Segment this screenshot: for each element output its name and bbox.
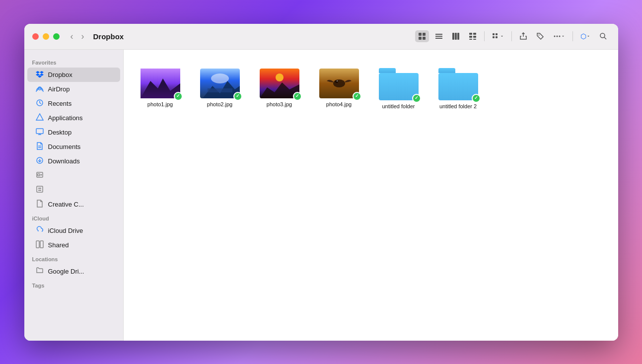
storage2-icon [35,185,44,195]
documents-icon [35,142,44,151]
sidebar-item-icloud-drive-label: iCloud Drive [48,227,83,234]
svg-point-24 [600,33,605,38]
file-item-photo1[interactable]: photo1.jpg [136,65,185,113]
file-item-photo2[interactable]: photo2.jpg [195,65,245,113]
tag-button[interactable] [533,30,547,42]
desktop-icon [35,128,44,137]
more-icon [553,32,561,40]
svg-point-46 [211,73,229,83]
file-item-photo3[interactable]: photo3.jpg [255,65,304,113]
svg-point-22 [556,36,558,37]
close-button[interactable] [32,33,39,40]
folder1-tab [379,68,396,73]
columns-icon [452,32,460,40]
titlebar: ‹ › Dropbox [24,24,618,50]
view-list-button[interactable] [432,30,446,42]
photo1-name: photo1.jpg [147,101,173,107]
svg-rect-1 [423,33,426,36]
sidebar-item-shared-label: Shared [48,241,69,249]
svg-rect-15 [473,39,476,40]
photo1-thumbnail [141,69,180,98]
sidebar-item-downloads-label: Downloads [48,157,80,165]
list-icon [435,32,443,40]
main-content: photo1.jpg [124,50,618,341]
favorites-label: Favorites [24,56,123,68]
sidebar-item-creative-label: Creative C... [48,201,84,208]
sidebar-item-applications-label: Applications [48,114,83,122]
recents-icon [35,99,44,108]
group-button[interactable] [489,30,507,42]
sidebar-item-downloads[interactable]: Downloads [27,154,120,168]
svg-rect-28 [36,129,43,134]
photo2-sync-badge [233,92,242,101]
icloud-label: iCloud [24,212,123,223]
group-icon [492,32,500,40]
back-button[interactable]: ‹ [68,30,76,43]
sidebar-item-desktop[interactable]: Desktop [27,125,120,140]
folder2-icon [438,69,478,100]
sidebar-item-creative[interactable]: Creative C... [27,197,120,212]
grid-icon [418,32,426,40]
sidebar-item-storage2[interactable] [27,183,120,197]
sidebar-item-dropbox-label: Dropbox [48,71,72,78]
photo3-thumbnail [260,69,299,98]
sidebar: Favorites Dropbox AirDrop [24,50,124,341]
svg-point-20 [538,35,539,36]
svg-point-37 [40,174,42,175]
dropbox-chevron-icon [586,34,590,38]
svg-point-54 [335,80,338,83]
svg-rect-36 [38,174,40,176]
photo3-name: photo3.jpg [267,101,292,107]
photo4-thumbnail [319,69,359,98]
sidebar-item-airdrop[interactable]: AirDrop [27,82,120,96]
sidebar-item-dropbox[interactable]: Dropbox [27,68,120,82]
locations-label: Locations [24,252,123,264]
sidebar-item-applications[interactable]: Applications [27,111,120,125]
svg-rect-3 [423,37,426,40]
forward-button[interactable]: › [78,30,87,43]
svg-rect-41 [36,241,39,248]
dropbox-sidebar-icon [35,70,44,79]
view-columns-button[interactable] [449,30,463,42]
file-item-folder1[interactable]: untitled folder [374,65,424,113]
folder1-sync-badge [412,94,421,103]
finder-window: ‹ › Dropbox [24,24,618,341]
svg-point-53 [333,79,345,87]
svg-rect-2 [419,37,422,40]
downloads-icon [35,156,44,166]
minimize-button[interactable] [43,33,49,40]
svg-rect-6 [435,38,442,39]
sidebar-item-recents[interactable]: Recents [27,96,120,111]
google-drive-icon [35,267,44,276]
sidebar-item-documents[interactable]: Documents [27,140,120,154]
svg-rect-16 [493,33,495,35]
storage1-icon [35,171,44,180]
dropbox-toolbar-icon: ⬡ [580,32,586,40]
sidebar-item-storage1[interactable] [27,168,120,183]
share-icon [519,32,527,40]
file-item-photo4[interactable]: photo4.jpg [314,65,364,113]
photo3-sync-badge [293,92,302,101]
folder2-sync-badge [472,94,481,103]
divider3 [572,31,573,41]
dropbox-button[interactable]: ⬡ [577,30,593,42]
sidebar-item-icloud-drive[interactable]: iCloud Drive [27,223,120,238]
sidebar-item-google-drive-label: Google Dri... [48,268,84,275]
group-chevron-icon [500,34,504,38]
tags-label: Tags [24,279,123,291]
photo2-thumbnail [200,69,240,98]
sidebar-item-google-drive[interactable]: Google Dri... [27,264,120,279]
view-grid-button[interactable] [415,30,429,42]
folder2-name: untitled folder 2 [439,103,477,109]
folder1-icon [379,69,419,100]
maximize-button[interactable] [53,33,60,40]
files-grid: photo1.jpg [136,60,606,113]
svg-rect-9 [457,33,459,40]
search-button[interactable] [596,30,610,42]
traffic-lights [32,33,60,40]
file-item-folder2[interactable]: untitled folder 2 [433,65,483,113]
view-gallery-button[interactable] [466,30,480,42]
share-button[interactable] [516,30,530,42]
sidebar-item-shared[interactable]: Shared [27,238,120,252]
more-button[interactable] [550,30,568,42]
